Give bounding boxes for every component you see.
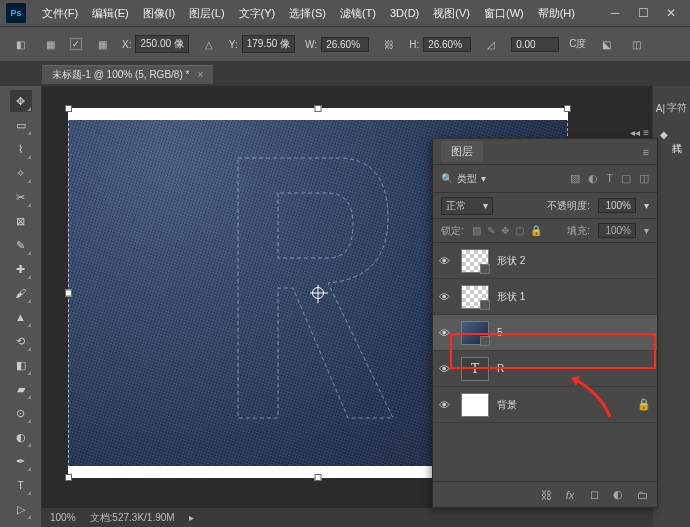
- brush-tool[interactable]: 🖌: [10, 282, 32, 304]
- status-bar: 100% 文档:527.3K/1.90M ▸: [42, 507, 652, 527]
- filter-shape-icon[interactable]: ▢: [621, 172, 631, 185]
- eraser-tool[interactable]: ◧: [10, 354, 32, 376]
- layer-name[interactable]: R: [497, 363, 504, 374]
- visibility-icon[interactable]: 👁: [439, 327, 453, 339]
- layer-filter-type[interactable]: 🔍 类型 ▾: [441, 172, 486, 186]
- filter-type-icon[interactable]: T: [606, 172, 613, 185]
- angle-input[interactable]: 0.00: [511, 37, 559, 52]
- layer-row[interactable]: 👁 形状 2: [433, 243, 657, 279]
- crop-tool[interactable]: ✂: [10, 186, 32, 208]
- fill-label: 填充:: [567, 224, 590, 238]
- document-tab[interactable]: 未标题-1 @ 100% (5, RGB/8) * ×: [42, 65, 213, 84]
- layer-name[interactable]: 形状 1: [497, 290, 525, 304]
- menu-edit[interactable]: 编辑(E): [86, 3, 135, 24]
- group-icon[interactable]: 🗀: [635, 488, 649, 502]
- magic-wand-tool[interactable]: ✧: [10, 162, 32, 184]
- tool-preset-icon[interactable]: ◧: [10, 34, 30, 54]
- blur-tool[interactable]: ⊙: [10, 402, 32, 424]
- menu-filter[interactable]: 滤镜(T): [334, 3, 382, 24]
- zoom-level[interactable]: 100%: [50, 512, 76, 523]
- visibility-icon[interactable]: 👁: [439, 255, 453, 267]
- layer-thumb[interactable]: [461, 321, 489, 345]
- toggle-reference[interactable]: ✓: [70, 38, 82, 50]
- frame-tool[interactable]: ⊠: [10, 210, 32, 232]
- pen-tool[interactable]: ✒: [10, 450, 32, 472]
- minimize-icon[interactable]: ─: [608, 6, 622, 20]
- lock-brush-icon[interactable]: ✎: [487, 225, 495, 236]
- link-wh-icon[interactable]: ⛓: [379, 34, 399, 54]
- reference-point-icon[interactable]: ▦: [40, 34, 60, 54]
- filter-adjust-icon[interactable]: ◐: [588, 172, 598, 185]
- filter-smart-icon[interactable]: ◫: [639, 172, 649, 185]
- skew-icon[interactable]: ⬕: [596, 34, 616, 54]
- status-expand-icon[interactable]: ▸: [189, 512, 194, 523]
- swap-xy-icon[interactable]: △: [199, 34, 219, 54]
- lock-pixels-icon[interactable]: ▧: [472, 225, 481, 236]
- menu-view[interactable]: 视图(V): [427, 3, 476, 24]
- visibility-icon[interactable]: 👁: [439, 363, 453, 375]
- lasso-tool[interactable]: ⌇: [10, 138, 32, 160]
- tab-close-icon[interactable]: ×: [197, 69, 203, 80]
- path-tool[interactable]: ▷: [10, 498, 32, 520]
- fill-input[interactable]: 100%: [598, 223, 636, 238]
- gradient-tool[interactable]: ▰: [10, 378, 32, 400]
- menu-3d[interactable]: 3D(D): [384, 4, 425, 22]
- blend-mode-select[interactable]: 正常▾: [441, 197, 493, 215]
- filter-pixel-icon[interactable]: ▧: [570, 172, 580, 185]
- warp-icon[interactable]: ◫: [626, 34, 646, 54]
- menu-file[interactable]: 文件(F): [36, 3, 84, 24]
- layer-name[interactable]: 背景: [497, 398, 517, 412]
- w-label: W:: [305, 39, 317, 50]
- stamp-tool[interactable]: ▲: [10, 306, 32, 328]
- menu-type[interactable]: 文字(Y): [233, 3, 282, 24]
- x-input[interactable]: 250.00 像: [135, 35, 188, 53]
- healing-tool[interactable]: ✚: [10, 258, 32, 280]
- type-tool[interactable]: T: [10, 474, 32, 496]
- menu-layer[interactable]: 图层(L): [183, 3, 230, 24]
- close-icon[interactable]: ✕: [664, 6, 678, 20]
- adjustment-icon[interactable]: ◐: [611, 488, 625, 502]
- layer-row[interactable]: 👁 形状 1: [433, 279, 657, 315]
- menu-image[interactable]: 图像(I): [137, 3, 181, 24]
- visibility-icon[interactable]: 👁: [439, 399, 453, 411]
- history-brush-tool[interactable]: ⟲: [10, 330, 32, 352]
- layers-list: 👁 形状 2 👁 形状 1 👁 5 👁 T R 👁 背景 🔒: [433, 243, 657, 481]
- layer-thumb[interactable]: [461, 285, 489, 309]
- menu-select[interactable]: 选择(S): [283, 3, 332, 24]
- menu-window[interactable]: 窗口(W): [478, 3, 530, 24]
- mask-icon[interactable]: ◻: [587, 488, 601, 502]
- layer-name[interactable]: 5: [497, 327, 503, 338]
- visibility-icon[interactable]: 👁: [439, 291, 453, 303]
- menu-help[interactable]: 帮助(H): [532, 3, 581, 24]
- maximize-icon[interactable]: ☐: [636, 6, 650, 20]
- w-input[interactable]: 26.60%: [321, 37, 369, 52]
- layers-tab[interactable]: 图层: [441, 141, 483, 162]
- h-input[interactable]: 26.60%: [423, 37, 471, 52]
- layer-row[interactable]: 👁 背景 🔒: [433, 387, 657, 423]
- y-label: Y:: [229, 39, 238, 50]
- marquee-tool[interactable]: ▭: [10, 114, 32, 136]
- layer-name[interactable]: 形状 2: [497, 254, 525, 268]
- layer-row-selected[interactable]: 👁 5: [433, 315, 657, 351]
- layer-thumb[interactable]: [461, 393, 489, 417]
- menu-bar: Ps 文件(F) 编辑(E) 图像(I) 图层(L) 文字(Y) 选择(S) 滤…: [0, 0, 690, 26]
- lock-artboard-icon[interactable]: ▢: [515, 225, 524, 236]
- dock-styles[interactable]: ◆样式: [658, 126, 686, 143]
- eyedropper-tool[interactable]: ✎: [10, 234, 32, 256]
- layer-row[interactable]: 👁 T R: [433, 351, 657, 387]
- move-tool[interactable]: ✥: [10, 90, 32, 112]
- dock-character[interactable]: A|字符: [654, 98, 689, 118]
- dodge-tool[interactable]: ◐: [10, 426, 32, 448]
- layer-thumb[interactable]: [461, 249, 489, 273]
- fx-icon[interactable]: fx: [563, 488, 577, 502]
- panel-collapse-icon[interactable]: ◂◂ ≡: [630, 127, 649, 138]
- type-layer-icon[interactable]: T: [461, 357, 489, 381]
- lock-position-icon[interactable]: ✥: [501, 225, 509, 236]
- panel-menu-icon[interactable]: ≡: [643, 146, 649, 158]
- opacity-input[interactable]: 100%: [598, 198, 636, 213]
- grid-icon[interactable]: ▦: [92, 34, 112, 54]
- link-layers-icon[interactable]: ⛓: [539, 488, 553, 502]
- lock-all-icon[interactable]: 🔒: [530, 225, 542, 236]
- y-input[interactable]: 179.50 像: [242, 35, 295, 53]
- lock-label: 锁定:: [441, 224, 464, 238]
